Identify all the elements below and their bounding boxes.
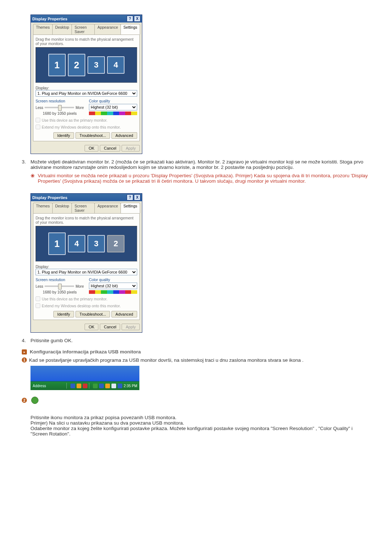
dialog-titlebar: Display Properties ? X: [31, 194, 142, 201]
identify-button[interactable]: Identify: [53, 132, 74, 139]
less-label: Less: [36, 106, 43, 110]
system-tray: Address 2:35 PM: [30, 381, 139, 390]
monitor-box-3[interactable]: 3: [87, 56, 105, 74]
address-toolbar-label: Address: [33, 384, 46, 388]
resolution-value: 1680 by 1050 pixels: [36, 111, 84, 116]
primary-monitor-checkbox: Use this device as the primary monitor.: [36, 296, 137, 301]
step-3-text: Možete vidjeti deaktiviran monitor br. 2…: [30, 159, 370, 170]
help-button[interactable]: ?: [127, 194, 133, 200]
step-4-text: Pritisnite gumb OK.: [30, 338, 370, 343]
color-swatches: [89, 112, 137, 115]
sub-step-1-badge: 1: [22, 357, 27, 362]
dialog-title: Display Properties: [32, 195, 68, 200]
monitor-box-1[interactable]: 1: [48, 232, 66, 255]
close-button[interactable]: X: [134, 16, 140, 22]
tray-clock: 2:35 PM: [124, 384, 137, 388]
troubleshoot-button[interactable]: Troubleshoot...: [75, 311, 110, 317]
more-label: More: [75, 106, 84, 110]
tab-settings[interactable]: Settings: [121, 24, 140, 35]
apply-button[interactable]: Apply: [122, 145, 140, 151]
advanced-button[interactable]: Advanced: [111, 132, 137, 139]
monitor-box-4[interactable]: 4: [107, 56, 124, 74]
ok-button[interactable]: OK: [85, 145, 98, 151]
tab-desktop[interactable]: Desktop: [52, 24, 72, 35]
dialog-tabs: Themes Desktop Screen Saver Appearance S…: [31, 201, 142, 213]
monitor-tray-icon: [31, 397, 38, 404]
help-button[interactable]: ?: [127, 16, 133, 22]
resolution-slider[interactable]: [45, 107, 74, 108]
monitor-arrangement[interactable]: 1 4 3 2: [36, 226, 137, 262]
cancel-button[interactable]: Cancel: [100, 324, 120, 330]
resolution-slider[interactable]: [45, 285, 74, 287]
display-label: Display:: [36, 264, 49, 269]
step-3-number: 3.: [22, 159, 30, 189]
extend-desktop-checkbox: Extend my Windows desktop onto this moni…: [36, 125, 137, 129]
identify-button[interactable]: Identify: [53, 311, 74, 317]
dialog-tabs: Themes Desktop Screen Saver Appearance S…: [31, 23, 142, 35]
sub-step-2-line-b: Primjer) Na slici u nastavku prikazana s…: [30, 420, 370, 426]
tray-icon[interactable]: [99, 384, 104, 388]
screen-resolution-label: Screen resolution: [36, 278, 84, 282]
step-4-number: 4.: [22, 338, 30, 343]
screen-resolution-label: Screen resolution: [36, 99, 84, 103]
tray-icon[interactable]: [70, 384, 75, 388]
primary-monitor-checkbox: Use this device as the primary monitor.: [36, 118, 137, 122]
section-title: Konfiguracija informacija prikaza USB mo…: [30, 349, 141, 355]
troubleshoot-button[interactable]: Troubleshoot...: [75, 132, 110, 139]
note-star-icon: ✳: [30, 173, 38, 184]
sub-step-2-line-a: Pritisnite ikonu monitora za prikaz popi…: [30, 415, 370, 420]
tray-monitor-icon[interactable]: [93, 384, 98, 388]
section-bullet-icon: ▸: [22, 349, 27, 355]
tray-icon[interactable]: [83, 384, 87, 388]
tab-appearance[interactable]: Appearance: [94, 203, 121, 213]
sub-step-1-text: Kad se postavljanje upravljačkih program…: [29, 357, 370, 363]
taskbar-app-area: [30, 366, 139, 381]
tab-desktop[interactable]: Desktop: [52, 203, 72, 213]
monitor-box-1[interactable]: 1: [48, 54, 66, 76]
tray-icon[interactable]: [77, 384, 81, 388]
color-quality-select[interactable]: Highest (32 bit): [89, 283, 137, 289]
tab-screensaver[interactable]: Screen Saver: [72, 203, 95, 213]
display-properties-dialog-1: Display Properties ? X Themes Desktop Sc…: [30, 15, 142, 154]
extend-desktop-checkbox: Extend my Windows desktop onto this moni…: [36, 303, 137, 308]
tray-icon[interactable]: [105, 384, 110, 388]
apply-button[interactable]: Apply: [122, 324, 140, 330]
arrange-hint: Drag the monitor icons to match the phys…: [36, 37, 137, 46]
monitor-arrangement[interactable]: 1 2 3 4: [36, 47, 137, 83]
resolution-value: 1680 by 1050 pixels: [36, 290, 84, 294]
color-quality-label: Color quality: [89, 278, 137, 282]
step-3-note: Virtualni monitor se možda neće prikazat…: [38, 173, 370, 184]
less-label: Less: [36, 284, 43, 288]
color-quality-label: Color quality: [89, 99, 137, 103]
tray-icon[interactable]: [118, 384, 122, 388]
ok-button[interactable]: OK: [85, 324, 98, 330]
color-quality-select[interactable]: Highest (32 bit): [89, 104, 137, 110]
more-label: More: [75, 284, 84, 288]
tab-screensaver[interactable]: Screen Saver: [72, 24, 95, 35]
display-select[interactable]: 1. Plug and Play Monitor on NVIDIA GeFor…: [36, 90, 137, 97]
display-label: Display:: [36, 86, 49, 90]
monitor-box-2-inactive[interactable]: 2: [107, 235, 124, 252]
monitor-box-3[interactable]: 3: [87, 235, 105, 252]
display-select[interactable]: 1. Plug and Play Monitor on NVIDIA GeFor…: [36, 269, 137, 275]
cancel-button[interactable]: Cancel: [100, 145, 120, 151]
tab-themes[interactable]: Themes: [33, 203, 53, 213]
close-button[interactable]: X: [134, 194, 140, 200]
tab-appearance[interactable]: Appearance: [94, 24, 121, 35]
tray-icon[interactable]: [111, 384, 116, 388]
tab-settings[interactable]: Settings: [121, 203, 140, 213]
color-swatches: [89, 290, 137, 294]
monitor-box-2[interactable]: 2: [68, 54, 85, 76]
advanced-button[interactable]: Advanced: [111, 311, 137, 317]
sub-step-2-badge: 2: [22, 398, 27, 403]
tab-themes[interactable]: Themes: [33, 24, 53, 35]
sub-step-2-line-c: Odaberite monitor za kojeg želite konfig…: [30, 426, 370, 437]
dialog-titlebar: Display Properties ? X: [31, 15, 142, 23]
arrange-hint: Drag the monitor icons to match the phys…: [36, 216, 137, 224]
dialog-title: Display Properties: [32, 17, 68, 21]
taskbar-screenshot: Address 2:35 PM: [30, 366, 139, 390]
display-properties-dialog-2: Display Properties ? X Themes Desktop Sc…: [30, 193, 142, 333]
monitor-box-4[interactable]: 4: [68, 235, 85, 252]
